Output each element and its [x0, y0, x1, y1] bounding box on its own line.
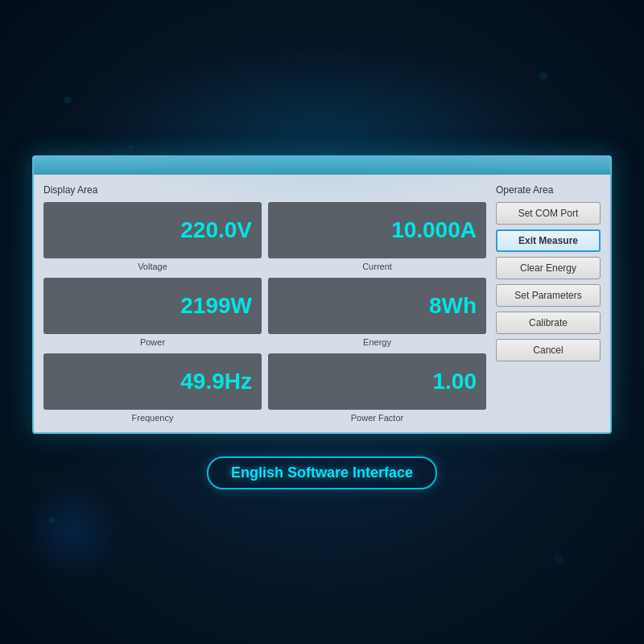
main-window: Display Area 220.0VVoltage10.000ACurrent…: [32, 155, 612, 434]
metric-label-power: Power: [140, 337, 165, 347]
window-titlebar: [34, 157, 610, 175]
set-parameters-button[interactable]: Set Parameters: [496, 284, 601, 307]
metric-value-energy: 8Wh: [429, 293, 477, 319]
buttons-container: Set COM PortExit MeasureClear EnergySet …: [496, 202, 601, 366]
set-com-port-button[interactable]: Set COM Port: [496, 202, 601, 225]
display-area-label: Display Area: [43, 184, 486, 196]
bottom-label-container: English Software Interface: [207, 456, 437, 489]
metric-label-energy: Energy: [363, 337, 391, 347]
metric-value-frequency: 49.9Hz: [180, 369, 252, 394]
metric-cell-power-factor: 1.00Power Factor: [268, 353, 486, 423]
metrics-grid: 220.0VVoltage10.000ACurrent2199WPower8Wh…: [43, 202, 486, 423]
calibrate-button[interactable]: Calibrate: [496, 312, 601, 334]
metric-label-current: Current: [362, 262, 392, 271]
metric-label-power-factor: Power Factor: [351, 413, 403, 423]
metric-display-power: 2199W: [43, 278, 262, 334]
metric-display-energy: 8Wh: [268, 278, 486, 334]
exit-measure-button[interactable]: Exit Measure: [496, 229, 601, 252]
clear-energy-button[interactable]: Clear Energy: [496, 257, 601, 279]
metric-value-current: 10.000A: [391, 217, 477, 243]
window-body: Display Area 220.0VVoltage10.000ACurrent…: [34, 175, 610, 432]
metric-label-frequency: Frequency: [132, 413, 174, 423]
metric-display-current: 10.000A: [268, 202, 486, 258]
metric-cell-energy: 8WhEnergy: [268, 278, 486, 347]
metric-value-power-factor: 1.00: [433, 369, 477, 394]
metric-label-voltage: Voltage: [138, 262, 167, 271]
metric-display-frequency: 49.9Hz: [43, 353, 262, 410]
metric-cell-voltage: 220.0VVoltage: [43, 202, 262, 271]
metric-display-voltage: 220.0V: [43, 202, 262, 258]
display-area: Display Area 220.0VVoltage10.000ACurrent…: [43, 184, 486, 423]
cancel-button[interactable]: Cancel: [496, 339, 601, 361]
metric-value-voltage: 220.0V: [180, 217, 252, 243]
metric-cell-current: 10.000ACurrent: [268, 202, 486, 271]
metric-cell-power: 2199WPower: [43, 278, 262, 347]
operate-area: Operate Area Set COM PortExit MeasureCle…: [496, 184, 601, 423]
metric-cell-frequency: 49.9HzFrequency: [43, 353, 262, 423]
bottom-label: English Software Interface: [207, 456, 437, 489]
metric-display-power-factor: 1.00: [268, 353, 486, 410]
operate-area-label: Operate Area: [496, 184, 601, 196]
metric-value-power: 2199W: [180, 293, 252, 319]
